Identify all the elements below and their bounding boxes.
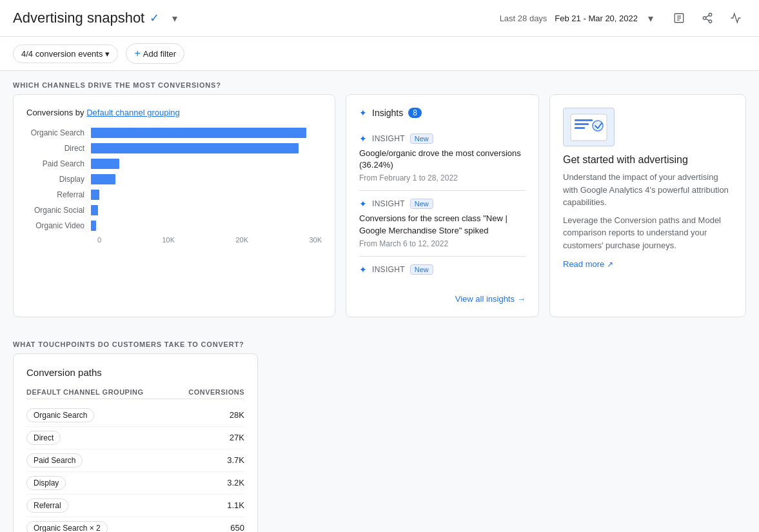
bar-row: Organic Video [26,221,322,231]
paths-card: Conversion paths DEFAULT CHANNEL GROUPIN… [13,353,258,532]
svg-rect-10 [575,119,593,121]
axis-label: 0 [97,236,101,244]
bar-row: Organic Search [26,128,322,138]
advertising-text1: Understand the impact of your advertisin… [563,171,733,209]
bar-container [91,128,322,138]
path-tag[interactable]: Direct [26,431,61,445]
conversion-filter-button[interactable]: 4/4 conversion events ▾ [13,44,118,63]
bar-container [91,159,322,169]
chart-title-link[interactable]: Default channel grouping [86,108,180,117]
path-tag[interactable]: Organic Search [26,408,94,422]
bar-label: Organic Search [26,128,91,137]
bar [91,205,98,215]
insight-date: From March 6 to 12, 2022 [359,239,526,248]
date-range-prefix: Last 28 days [500,14,547,23]
insight-text: Google/organic drove the most conversion… [359,148,526,171]
bar-row: Paid Search [26,159,322,169]
paths-title: Conversion paths [26,367,244,378]
insights-badge: 8 [408,108,422,118]
insights-title: ✦ Insights 8 [359,108,422,118]
path-row: Referral 1.1K [26,495,244,517]
paths-list: Organic Search 28K Direct 27K Paid Searc… [26,404,244,532]
svg-rect-11 [575,123,589,125]
bar [91,143,299,153]
bar-container [91,174,322,184]
new-badge: New [410,133,433,144]
svg-point-6 [709,20,712,23]
header-right: Last 28 days Feb 21 - Mar 20, 2022 ▾ [500,8,746,28]
insight-date: From February 1 to 28, 2022 [359,173,526,182]
external-link-icon: ↗ [607,260,613,269]
path-tag[interactable]: Organic Search × 2 [26,521,108,532]
date-range-dropdown-button[interactable]: ▾ [640,8,661,28]
paths-col-headers: DEFAULT CHANNEL GROUPING CONVERSIONS [26,388,244,399]
insight-tag: ✦ INSIGHT New [359,199,526,209]
insight-item: ✦ INSIGHT New [359,257,526,286]
advertising-card: Get started with advertising Understand … [549,94,746,317]
bar-row: Referral [26,190,322,200]
bar-label: Display [26,175,91,184]
insight-label: INSIGHT [372,265,405,274]
read-more-link[interactable]: Read more ↗ [563,259,733,269]
insights-header: ✦ Insights 8 [359,108,526,118]
insights-title-text: Insights [372,108,403,118]
path-value: 1.1K [227,500,244,510]
advertising-title: Get started with advertising [563,154,733,166]
col-header-conversions: CONVERSIONS [188,388,244,396]
svg-point-13 [593,121,603,131]
insight-sparkle-icon: ✦ [359,264,367,275]
path-tag[interactable]: Paid Search [26,453,83,468]
bar-row: Direct [26,143,322,153]
bar-label: Direct [26,144,91,153]
path-row: Display 3.2K [26,472,244,495]
bar-label: Organic Social [26,206,91,215]
bar-container [91,143,322,153]
insight-label: INSIGHT [372,134,405,143]
path-value: 3.2K [227,478,244,488]
view-all-insights-link[interactable]: View all insights → [359,294,526,304]
add-filter-plus-icon: + [134,48,140,59]
insight-tag: ✦ INSIGHT New [359,264,526,275]
export-icon[interactable] [669,8,689,28]
bar-container [91,190,322,200]
insight-sparkle-icon: ✦ [359,133,367,144]
share-icon[interactable] [697,8,718,28]
insight-text: Conversions for the screen class "New | … [359,213,526,236]
bar-container [91,221,322,231]
analytics-icon[interactable] [725,8,746,28]
bar-row: Display [26,174,322,184]
status-check-icon: ✓ [150,11,159,25]
add-filter-button[interactable]: + Add filter [126,43,184,64]
page-title: Advertising snapshot [13,10,144,26]
bar-row: Organic Social [26,205,322,215]
insight-sparkle-icon: ✦ [359,199,367,209]
arrow-right-icon: → [517,294,526,304]
insight-item: ✦ INSIGHT New Conversions for the screen… [359,191,526,256]
insights-list: ✦ INSIGHT New Google/organic drove the m… [359,126,526,286]
bar [91,174,115,184]
new-badge: New [410,264,433,275]
path-row: Organic Search × 2 650 [26,517,244,532]
svg-rect-12 [575,127,585,129]
add-filter-label: Add filter [143,49,176,59]
axis-label: 20K [235,236,248,244]
date-range-value: Feb 21 - Mar 20, 2022 [555,14,638,23]
bar-label: Referral [26,190,91,199]
path-value: 27K [230,433,244,442]
bar [91,159,119,169]
path-row: Paid Search 3.7K [26,449,244,472]
path-tag[interactable]: Referral [26,498,68,513]
new-badge: New [410,199,433,209]
path-row: Organic Search 28K [26,404,244,427]
sparkle-icon: ✦ [359,108,367,118]
conversion-filter-label: 4/4 conversion events [21,49,103,59]
svg-line-8 [705,15,709,17]
insight-item: ✦ INSIGHT New Google/organic drove the m… [359,126,526,191]
path-value: 3.7K [227,455,244,465]
cards-row: Conversions by Default channel grouping … [0,94,759,330]
path-tag[interactable]: Display [26,476,66,490]
path-value: 28K [230,410,244,420]
insight-tag: ✦ INSIGHT New [359,133,526,144]
section2-header: WHAT TOUCHPOINTS DO CUSTOMERS TAKE TO CO… [0,330,759,353]
dropdown-button[interactable]: ▾ [164,8,185,28]
